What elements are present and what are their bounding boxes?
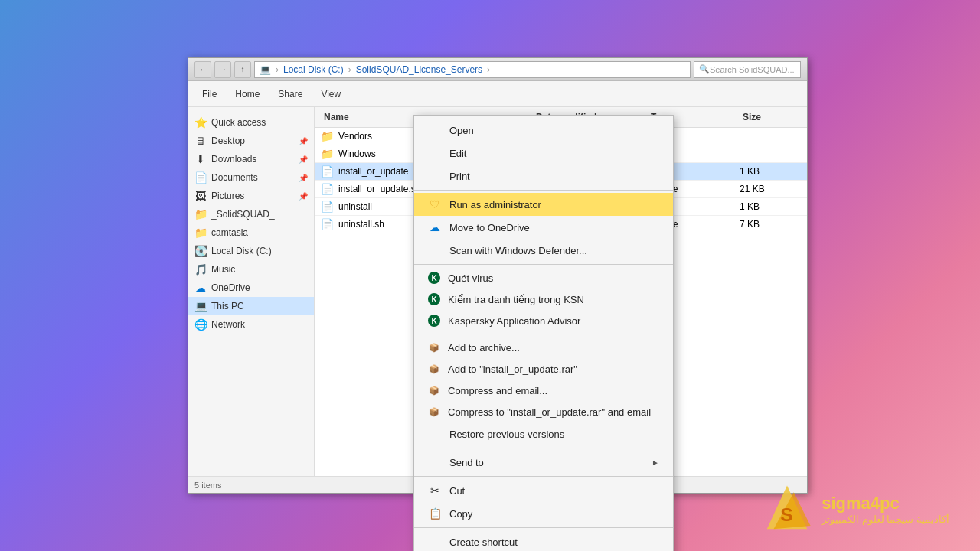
back-button[interactable]: ← <box>194 61 211 78</box>
sidebar-item-desktop[interactable]: 🖥 Desktop 📌 <box>188 132 314 150</box>
menu-label-open: Open <box>449 125 474 136</box>
menu-item-compress-install-email[interactable]: 📦 Compress to "install_or_update.rar" an… <box>414 401 673 422</box>
menu-label-kaspersky: Kaspersky Application Advisor <box>448 315 580 327</box>
menu-item-copy[interactable]: 📋 Copy <box>414 502 673 525</box>
menu-item-create-shortcut[interactable]: Create shortcut <box>414 530 673 551</box>
sidebar-item-onedrive[interactable]: ☁ OneDrive <box>188 279 314 297</box>
sidebar-label-desktop: Desktop <box>211 135 245 146</box>
toolbar-file-btn[interactable]: File <box>194 86 224 102</box>
sidebar-item-pictures[interactable]: 🖼 Pictures 📌 <box>188 187 314 205</box>
sidebar-label-quickaccess: Quick access <box>211 117 266 128</box>
menu-label-compress-install: Compress to "install_or_update.rar" and … <box>448 406 651 418</box>
address-part-drive[interactable]: Local Disk (C:) <box>283 64 344 75</box>
sidebar-label-music: Music <box>211 264 235 275</box>
pin-icon4: 📌 <box>299 192 308 201</box>
sidebar-item-documents[interactable]: 📄 Documents 📌 <box>188 168 314 187</box>
pin-icon2: 📌 <box>299 155 308 164</box>
file-icon3: 📄 <box>321 165 334 178</box>
logo-arabic: أكاديمية سيجما لعلوم الكمبيوتر <box>822 514 949 525</box>
menu-item-cut[interactable]: ✂ Cut <box>414 479 673 502</box>
menu-label-copy: Copy <box>449 508 472 520</box>
sidebar-item-network[interactable]: 🌐 Network <box>188 315 314 334</box>
sidebar-item-camtasia[interactable]: 📁 camtasia <box>188 223 314 242</box>
kaspersky-icon3: K <box>428 315 440 327</box>
up-button[interactable]: ↑ <box>234 61 251 78</box>
defender-icon <box>428 243 442 257</box>
winrar-icon2: 📦 <box>428 363 440 375</box>
sidebar-label-solidsquad: _SolidSQUAD_ <box>211 209 275 220</box>
address-sep3: › <box>487 64 490 75</box>
winrar-icon3: 📦 <box>428 384 440 396</box>
edit-icon <box>428 146 442 160</box>
menu-item-edit[interactable]: Edit <box>414 142 673 165</box>
address-part-folder[interactable]: SolidSQUAD_License_Servers <box>356 64 482 75</box>
filename-text2: Windows <box>338 148 376 159</box>
downloads-icon: ⬇ <box>194 153 207 165</box>
menu-item-quet-virus[interactable]: K Quét virus <box>414 267 673 289</box>
menu-item-scan-defender[interactable]: Scan with Windows Defender... <box>414 239 673 262</box>
sidebar-label-network: Network <box>211 319 245 330</box>
filename-text: Vendors <box>338 131 372 142</box>
title-bar: ← → ↑ 💻 › Local Disk (C:) › SolidSQUAD_L… <box>188 58 807 81</box>
menu-item-open[interactable]: Open <box>414 119 673 142</box>
toolbar-home-btn[interactable]: Home <box>227 86 267 102</box>
sidebar-item-quickaccess[interactable]: ⭐ Quick access <box>188 113 314 132</box>
menu-label-quet: Quét virus <box>448 272 493 284</box>
network-icon: 🌐 <box>194 318 207 331</box>
localdisk-icon: 💽 <box>194 245 207 257</box>
sidebar-label-pictures: Pictures <box>211 191 244 201</box>
winrar-icon1: 📦 <box>428 341 440 354</box>
shortcut-icon <box>428 535 442 549</box>
folder-icon: 📁 <box>321 130 334 142</box>
camtasia-icon: 📁 <box>194 227 207 239</box>
address-part-root[interactable]: 💻 <box>260 64 271 75</box>
forward-button[interactable]: → <box>214 61 231 78</box>
sidebar-item-downloads[interactable]: ⬇ Downloads 📌 <box>188 150 314 168</box>
menu-item-move-onedrive[interactable]: ☁ Move to OneDrive <box>414 216 673 239</box>
shield-icon: 🛡 <box>428 197 442 211</box>
separator3 <box>414 334 673 334</box>
sidebar-item-music[interactable]: 🎵 Music <box>188 260 314 279</box>
sidebar-item-solidsquad[interactable]: 📁 _SolidSQUAD_ <box>188 205 314 223</box>
address-sep2: › <box>348 64 351 75</box>
file-size6: 7 KB <box>740 219 801 230</box>
print-icon <box>428 169 442 183</box>
cut-icon: ✂ <box>428 484 442 497</box>
sidebar-label-documents: Documents <box>211 172 258 183</box>
onedrive-icon: ☁ <box>428 220 442 234</box>
restore-icon <box>428 427 442 441</box>
file-size5: 1 KB <box>740 201 801 212</box>
search-box[interactable]: 🔍 Search SolidSQUAD... <box>694 61 801 78</box>
menu-item-compress-email[interactable]: 📦 Compress and email... <box>414 380 673 401</box>
menu-item-kaspersky-advisor[interactable]: K Kaspersky Application Advisor <box>414 310 673 331</box>
address-bar[interactable]: 💻 › Local Disk (C:) › SolidSQUAD_License… <box>254 61 691 78</box>
toolbar-share-btn[interactable]: Share <box>270 86 310 102</box>
menu-label-install-rar: Add to "install_or_update.rar" <box>448 364 577 375</box>
menu-item-send-to[interactable]: Send to ► <box>414 451 673 474</box>
menu-label-archive: Add to archive... <box>448 342 520 354</box>
address-sep1: › <box>276 64 279 75</box>
menu-item-run-as-admin[interactable]: 🛡 Run as administrator <box>414 193 673 216</box>
sidebar-item-localdisk[interactable]: 💽 Local Disk (C:) <box>188 242 314 260</box>
quickaccess-icon: ⭐ <box>194 116 207 129</box>
kaspersky-icon1: K <box>428 272 440 284</box>
menu-item-print[interactable]: Print <box>414 165 673 187</box>
sidebar-label-onedrive: OneDrive <box>211 282 250 293</box>
menu-item-add-archive[interactable]: 📦 Add to archive... <box>414 337 673 358</box>
menu-label-sendto: Send to <box>449 457 484 468</box>
menu-label-compress: Compress and email... <box>448 385 547 396</box>
menu-label-onedrive: Move to OneDrive <box>449 222 530 233</box>
filename-text3: install_or_update <box>338 166 408 177</box>
menu-item-add-install-rar[interactable]: 📦 Add to "install_or_update.rar" <box>414 358 673 380</box>
menu-label-admin: Run as administrator <box>449 199 541 210</box>
context-menu: Open Edit Print 🛡 Run as administrator ☁… <box>413 115 674 551</box>
toolbar-view-btn[interactable]: View <box>313 86 348 102</box>
menu-label-kiem: Kiểm tra danh tiếng trong KSN <box>448 294 584 305</box>
sidebar-item-thispc[interactable]: 💻 This PC <box>188 297 314 315</box>
menu-item-kiem-tra[interactable]: K Kiểm tra danh tiếng trong KSN <box>414 289 673 310</box>
solidsquad-icon: 📁 <box>194 208 207 220</box>
sidebar-label-thispc: This PC <box>211 301 244 311</box>
logo-area: S sigma4pc أكاديمية سيجما لعلوم الكمبيوت… <box>760 482 949 536</box>
separator5 <box>414 476 673 477</box>
menu-item-restore-prev[interactable]: Restore previous versions <box>414 422 673 445</box>
